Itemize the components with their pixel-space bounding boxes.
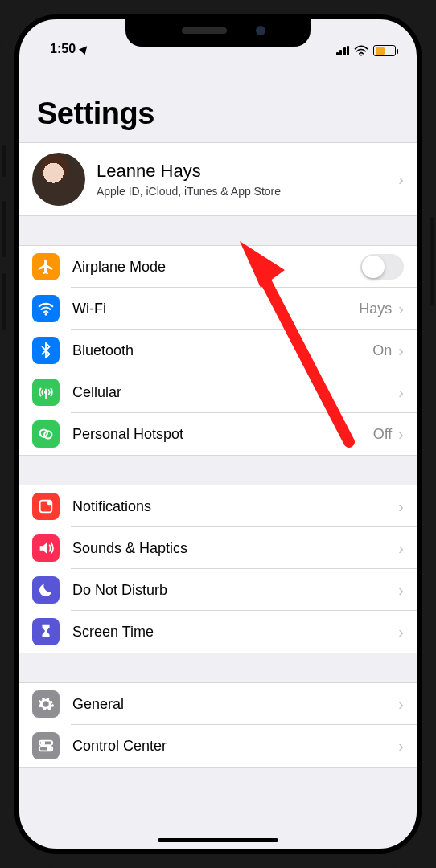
svg-point-7 <box>47 500 52 505</box>
svg-point-1 <box>45 313 47 316</box>
wifi-icon <box>32 295 60 322</box>
chevron-right-icon: › <box>398 300 404 318</box>
row-label: Personal Hotspot <box>72 426 373 443</box>
toggle-switch[interactable] <box>360 254 404 280</box>
moon-icon <box>32 576 60 604</box>
row-label: Wi-Fi <box>72 301 359 317</box>
notifications-icon <box>32 493 60 520</box>
row-label: Sounds & Haptics <box>72 540 398 557</box>
connectivity-group: Airplane ModeWi-FiHays›BluetoothOn›Cellu… <box>19 245 417 456</box>
general-group: General›Control Center› <box>19 682 417 768</box>
row-label: Bluetooth <box>72 342 372 359</box>
row-notifications[interactable]: Notifications› <box>19 485 417 527</box>
chevron-right-icon: › <box>398 695 404 714</box>
chevron-right-icon: › <box>398 342 404 360</box>
page-title: Settings <box>19 58 417 142</box>
chevron-right-icon: › <box>398 737 404 755</box>
row-bluetooth[interactable]: BluetoothOn› <box>19 330 417 371</box>
chevron-right-icon: › <box>398 623 404 641</box>
notifications-group: Notifications›Sounds & Haptics›Do Not Di… <box>19 485 417 653</box>
row-label: Notifications <box>72 498 398 515</box>
svg-point-11 <box>47 747 51 751</box>
svg-point-3 <box>45 391 47 393</box>
location-icon <box>79 43 90 55</box>
svg-point-9 <box>42 742 45 745</box>
device-notch <box>125 19 311 47</box>
row-label: Cellular <box>72 384 398 401</box>
home-indicator[interactable] <box>158 838 278 842</box>
profile-name: Leanne Hays <box>97 161 398 182</box>
status-time: 1:50 <box>50 42 76 56</box>
bluetooth-icon <box>32 337 60 364</box>
row-gear[interactable]: General› <box>19 683 417 725</box>
battery-icon <box>373 45 396 56</box>
hourglass-icon <box>32 618 60 645</box>
profile-subtitle: Apple ID, iCloud, iTunes & App Store <box>97 185 398 198</box>
chevron-right-icon: › <box>398 170 404 189</box>
row-value: On <box>372 342 392 359</box>
toggles-icon <box>32 732 60 760</box>
chevron-right-icon: › <box>398 425 404 444</box>
row-airplane[interactable]: Airplane Mode <box>19 246 417 288</box>
row-sounds[interactable]: Sounds & Haptics› <box>19 527 417 569</box>
row-label: Control Center <box>72 738 398 755</box>
row-value: Hays <box>359 301 392 317</box>
gear-icon <box>32 690 60 718</box>
chevron-right-icon: › <box>398 383 404 402</box>
profile-group: Leanne Hays Apple ID, iCloud, iTunes & A… <box>19 142 417 216</box>
chevron-right-icon: › <box>398 581 404 600</box>
sounds-icon <box>32 534 60 562</box>
row-label: Airplane Mode <box>72 259 360 276</box>
row-hourglass[interactable]: Screen Time› <box>19 611 417 653</box>
avatar <box>32 153 85 206</box>
row-toggles[interactable]: Control Center› <box>19 725 417 767</box>
apple-id-row[interactable]: Leanne Hays Apple ID, iCloud, iTunes & A… <box>19 143 417 215</box>
row-moon[interactable]: Do Not Disturb› <box>19 569 417 611</box>
hotspot-icon <box>32 420 60 448</box>
row-label: Do Not Disturb <box>72 582 398 599</box>
row-hotspot[interactable]: Personal HotspotOff› <box>19 413 417 455</box>
row-wifi[interactable]: Wi-FiHays› <box>19 288 417 330</box>
row-label: Screen Time <box>72 624 398 641</box>
airplane-icon <box>32 253 60 280</box>
svg-point-0 <box>360 55 362 56</box>
row-cellular[interactable]: Cellular› <box>19 371 417 413</box>
cellular-icon <box>32 379 60 406</box>
row-label: General <box>72 696 398 713</box>
cellular-signal-icon <box>336 46 350 55</box>
chevron-right-icon: › <box>398 497 404 516</box>
row-value: Off <box>373 426 393 443</box>
wifi-status-icon <box>354 45 368 56</box>
chevron-right-icon: › <box>398 539 404 558</box>
